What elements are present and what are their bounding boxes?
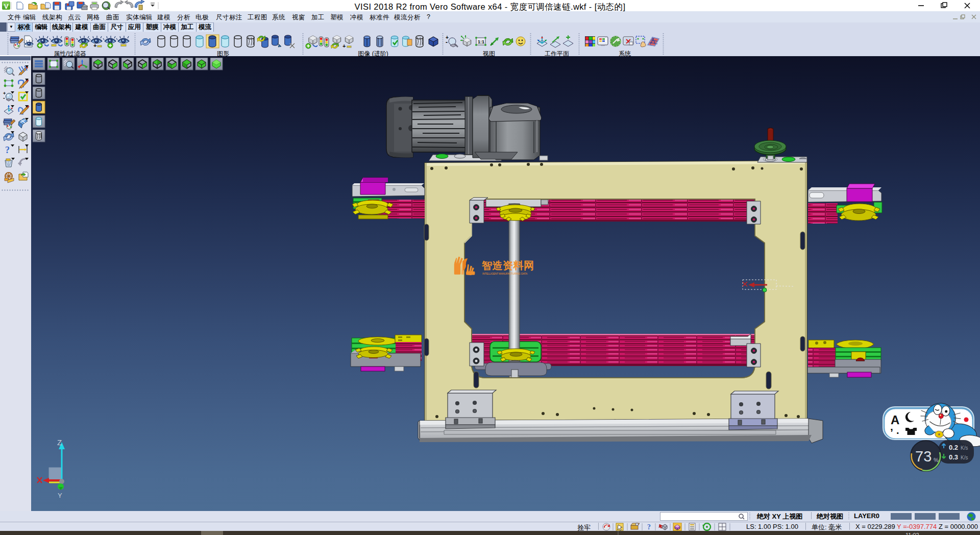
svg-text:-: - [446,39,448,46]
svg-text:?: ? [647,523,651,531]
svg-text:-: - [3,94,5,101]
svg-text:1:1: 1:1 [478,39,484,44]
svg-text:0.3: 0.3 [949,453,958,461]
svg-text:+: + [342,43,346,49]
svg-text:智造资料网: 智造资料网 [481,260,534,271]
svg-text:0.2: 0.2 [949,444,958,451]
svg-text:K/s: K/s [961,455,968,460]
svg-text:INTELLIGENT MANUFACTURING DATA: INTELLIGENT MANUFACTURING DATA [482,272,528,275]
svg-text:.: . [896,425,899,436]
svg-text:73: 73 [915,448,932,465]
svg-text:K/s: K/s [961,445,968,451]
svg-text:?: ? [5,145,10,155]
svg-text:%: % [934,457,939,463]
svg-text:,: , [890,421,893,432]
svg-text:Y: Y [58,492,62,499]
svg-text:+: + [93,42,96,48]
svg-text:Z: Z [57,438,62,447]
